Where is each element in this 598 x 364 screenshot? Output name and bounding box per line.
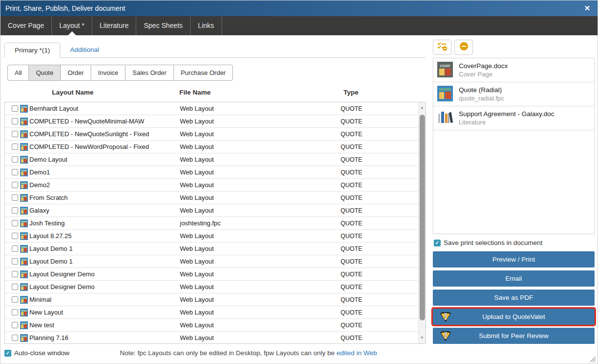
table-row[interactable]: Demo2 Web Layout QUOTE: [5, 179, 419, 192]
table-row[interactable]: Galaxy Web Layout QUOTE: [5, 204, 419, 217]
close-icon[interactable]: ✕: [581, 0, 594, 16]
table-row[interactable]: From Scratch Web Layout QUOTE: [5, 192, 419, 204]
table-row[interactable]: Layout Demo 1 Web Layout QUOTE: [5, 255, 419, 268]
row-checkbox[interactable]: [12, 169, 18, 175]
table-row[interactable]: Layout Designer Demo Web Layout QUOTE: [5, 268, 419, 281]
table-row[interactable]: Josh Testing joshtesting.fpc QUOTE: [5, 217, 419, 230]
row-checkbox[interactable]: [12, 144, 18, 150]
filter-group: AllQuoteOrderInvoiceSales OrderPurchase …: [7, 65, 233, 81]
layout-type: QUOTE: [298, 233, 405, 240]
table-row[interactable]: Minimal Web Layout QUOTE: [5, 293, 419, 306]
preview-print-button[interactable]: Preview / Print: [433, 251, 595, 267]
auto-close-label: Auto-close window: [14, 349, 70, 357]
selected-documents-list: cover CoverPage.docx Cover Page Quote (R…: [433, 58, 595, 234]
layout-type: QUOTE: [298, 169, 405, 176]
layout-icon: [20, 334, 28, 342]
row-checkbox[interactable]: [12, 296, 18, 303]
table-row[interactable]: Bernhardt Layout Web Layout QUOTE: [5, 102, 419, 115]
layout-name: Demo2: [29, 181, 50, 189]
row-checkbox[interactable]: [12, 182, 18, 188]
row-checkbox[interactable]: [12, 245, 18, 252]
row-checkbox[interactable]: [12, 220, 18, 226]
row-checkbox[interactable]: [12, 194, 18, 201]
filter-invoice[interactable]: Invoice: [91, 65, 125, 81]
table-row[interactable]: Demo1 Web Layout QUOTE: [5, 166, 419, 179]
row-checkbox[interactable]: [12, 207, 18, 214]
tab-layout[interactable]: Layout *: [52, 16, 92, 35]
table-row[interactable]: New test Web Layout QUOTE: [5, 319, 419, 332]
edited-in-web-link[interactable]: edited in Web: [337, 349, 377, 357]
subtab-additional[interactable]: Additional: [60, 43, 109, 58]
literature-icon: [437, 110, 453, 125]
filter-all[interactable]: All: [7, 65, 29, 81]
row-checkbox[interactable]: [12, 233, 18, 239]
row-checkbox[interactable]: [12, 271, 18, 277]
quotevalet-tuxedo-icon: [440, 312, 451, 322]
remove-document-button[interactable]: [454, 40, 473, 55]
row-checkbox[interactable]: [12, 284, 18, 290]
table-row[interactable]: Layout 8.27.25 Web Layout QUOTE: [5, 230, 419, 243]
document-subtitle: Literature: [459, 118, 554, 126]
scroll-down-icon[interactable]: ▼: [419, 334, 425, 342]
file-name: Web Layout: [180, 309, 298, 316]
quote-layout-icon: [437, 86, 453, 101]
subtab-primary-1[interactable]: Primary *(1): [4, 43, 60, 58]
selected-document-item[interactable]: cover CoverPage.docx Cover Page: [433, 58, 594, 82]
row-checkbox[interactable]: [12, 335, 18, 341]
file-name: Web Layout: [180, 118, 298, 125]
tab-literature[interactable]: Literature: [92, 16, 136, 35]
layout-type: QUOTE: [298, 258, 405, 265]
submit-for-peer-review-button[interactable]: Submit for Peer Review: [433, 328, 595, 344]
layout-icon: [20, 283, 28, 291]
resize-grip-icon[interactable]: [590, 356, 596, 362]
table-row[interactable]: Demo Layout Web Layout QUOTE: [5, 153, 419, 166]
save-selections-row: ✓ Save print selections in document: [434, 239, 543, 246]
tab-links[interactable]: Links: [191, 16, 222, 35]
row-checkbox[interactable]: [12, 131, 18, 137]
row-checkbox[interactable]: [12, 105, 18, 112]
filter-sales-order[interactable]: Sales Order: [125, 65, 174, 81]
table-row[interactable]: New Layout Web Layout QUOTE: [5, 306, 419, 319]
save-selections-checkbox[interactable]: ✓: [434, 240, 441, 246]
selected-document-item[interactable]: Support Agreement - Galaxy.doc Literatur…: [433, 106, 594, 130]
filter-purchase-order[interactable]: Purchase Order: [174, 65, 233, 81]
scrollbar-thumb[interactable]: [420, 115, 425, 320]
row-checkbox[interactable]: [12, 322, 18, 328]
subtab-bar: Primary *(1)Additional: [4, 43, 425, 58]
filter-order[interactable]: Order: [61, 65, 91, 81]
row-checkbox[interactable]: [12, 118, 18, 124]
footer-note-text: Note: fpc Layouts can only be edited in …: [120, 349, 337, 357]
row-checkbox[interactable]: [12, 309, 18, 315]
row-checkbox[interactable]: [12, 258, 18, 265]
table-row[interactable]: COMPLETED - NewQuoteMinimal-MAW Web Layo…: [5, 115, 419, 128]
file-name: Web Layout: [180, 296, 298, 303]
layout-type: QUOTE: [298, 322, 405, 329]
tab-spec-sheets[interactable]: Spec Sheets: [136, 16, 190, 35]
table-row[interactable]: Layout Demo 1 Web Layout QUOTE: [5, 243, 419, 255]
table-row[interactable]: COMPLETED - NewWordProposal - Fixed Web …: [5, 141, 419, 153]
action-button-label: Upload to QuoteValet: [482, 313, 545, 320]
upload-to-quotevalet-button[interactable]: Upload to QuoteValet: [433, 309, 595, 325]
row-checkbox[interactable]: [12, 156, 18, 163]
table-row[interactable]: Layout Designer Demo Web Layout QUOTE: [5, 281, 419, 293]
filter-quote[interactable]: Quote: [29, 65, 60, 81]
layout-icon: [20, 207, 28, 215]
selected-document-item[interactable]: Quote (Radial) quote_radial.fpc: [433, 82, 594, 106]
remove-circle-icon: [459, 42, 469, 53]
scroll-up-icon[interactable]: ▲: [419, 103, 425, 112]
table-row[interactable]: COMPLETED - NewQuoteSunlight - Fixed Web…: [5, 128, 419, 141]
table-row[interactable]: Planning 7.16 Web Layout QUOTE: [5, 332, 419, 343]
table-scrollbar[interactable]: ▲ ▼: [418, 102, 425, 343]
layout-type: QUOTE: [298, 296, 405, 303]
email-button[interactable]: Email: [433, 270, 595, 287]
tab-cover-page[interactable]: Cover Page: [0, 16, 52, 35]
layout-name: Galaxy: [29, 207, 49, 214]
table-header-row: Layout Name File Name Type: [4, 89, 419, 96]
layout-name: Minimal: [29, 296, 51, 303]
uncheck-all-button[interactable]: [433, 40, 451, 55]
auto-close-checkbox[interactable]: ✓: [4, 350, 11, 357]
file-name: Web Layout: [180, 283, 298, 291]
save-as-pdf-button[interactable]: Save as PDF: [433, 290, 595, 306]
layout-name: Bernhardt Layout: [29, 105, 78, 112]
layout-type: QUOTE: [298, 144, 405, 150]
